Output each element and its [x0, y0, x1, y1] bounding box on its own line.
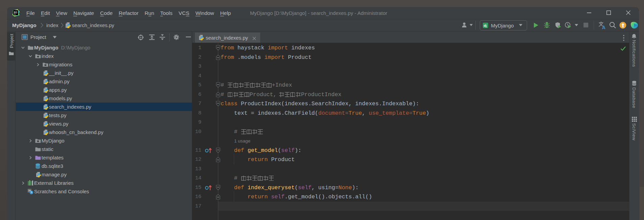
- svg-text:PC: PC: [14, 11, 18, 14]
- svg-text:A: A: [602, 25, 606, 29]
- svg-text:dj: dj: [484, 24, 487, 27]
